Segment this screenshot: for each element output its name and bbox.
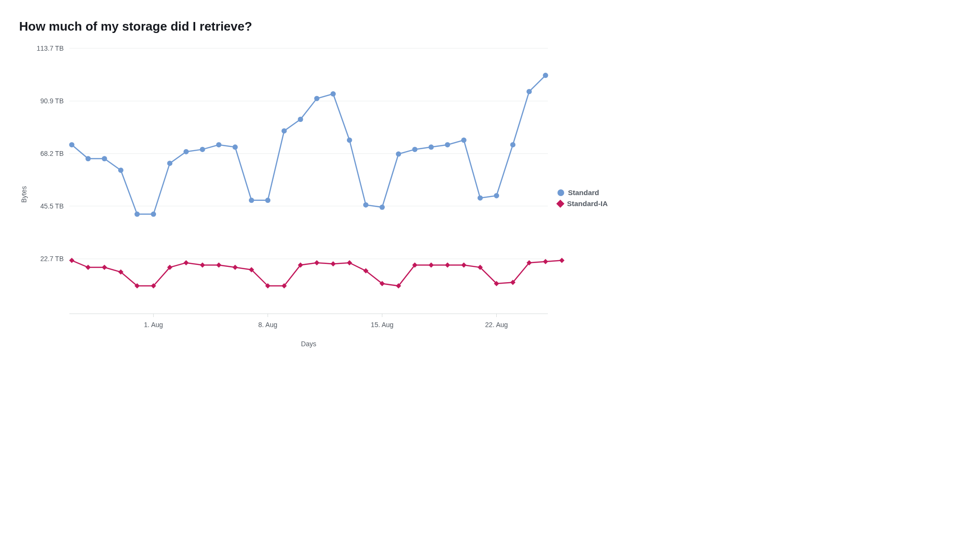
y-tick: 45.5 TB [40, 202, 64, 210]
svg-point-34 [526, 89, 532, 94]
y-tick: 68.2 TB [40, 150, 64, 157]
svg-point-12 [167, 161, 172, 166]
svg-marker-43 [183, 260, 189, 265]
svg-point-10 [134, 211, 140, 217]
x-axis-label: Days [69, 340, 548, 348]
svg-marker-46 [233, 265, 238, 270]
legend-label: Standard [568, 188, 599, 197]
svg-point-32 [494, 193, 499, 198]
chart-area: Bytes 113.7 TB 90.9 TB 68.2 TB 45.5 TB 2… [19, 48, 548, 348]
svg-point-8 [102, 156, 107, 161]
svg-marker-45 [216, 263, 222, 268]
svg-point-29 [445, 142, 450, 147]
chart-wrapper: Bytes 113.7 TB 90.9 TB 68.2 TB 45.5 TB 2… [19, 48, 737, 348]
y-axis-ticks: 113.7 TB 90.9 TB 68.2 TB 45.5 TB 22.7 TB [29, 48, 69, 316]
svg-point-17 [249, 198, 254, 203]
svg-point-26 [396, 152, 401, 157]
diamond-marker-icon [557, 199, 565, 208]
svg-point-28 [429, 144, 434, 150]
svg-point-22 [331, 91, 336, 97]
svg-marker-52 [331, 261, 336, 266]
legend-item-standard[interactable]: Standard [557, 188, 608, 197]
x-tick: 15. Aug [371, 321, 394, 329]
svg-point-9 [118, 167, 123, 173]
y-tick: 22.7 TB [40, 255, 64, 263]
svg-point-15 [216, 142, 222, 147]
legend: Standard Standard-IA [557, 188, 608, 208]
svg-marker-59 [445, 263, 450, 268]
svg-marker-38 [102, 265, 107, 270]
svg-point-19 [281, 128, 287, 133]
legend-item-standard-ia[interactable]: Standard-IA [557, 199, 608, 208]
svg-marker-51 [314, 260, 320, 265]
svg-point-23 [347, 138, 352, 143]
circle-marker-icon [557, 189, 564, 196]
svg-point-13 [183, 149, 189, 154]
x-tick: 22. Aug [485, 321, 508, 329]
chart-container: How much of my storage did I retrieve? B… [19, 19, 737, 348]
svg-marker-58 [429, 263, 434, 268]
svg-point-6 [69, 142, 75, 147]
svg-point-24 [363, 202, 368, 208]
chart-title: How much of my storage did I retrieve? [19, 19, 737, 34]
x-tick: 8. Aug [258, 321, 278, 329]
y-axis-label: Bytes [20, 193, 28, 203]
svg-point-30 [461, 138, 467, 143]
svg-marker-65 [543, 259, 548, 264]
plot-area [69, 48, 548, 316]
svg-marker-37 [86, 265, 91, 270]
svg-point-25 [379, 205, 385, 210]
svg-marker-60 [461, 263, 467, 268]
svg-marker-53 [347, 260, 352, 265]
y-tick: 113.7 TB [36, 44, 64, 52]
legend-label: Standard-IA [567, 199, 608, 208]
svg-point-35 [543, 73, 548, 78]
svg-point-7 [86, 156, 91, 161]
svg-point-20 [298, 117, 303, 122]
svg-marker-44 [200, 263, 205, 268]
svg-point-27 [412, 147, 417, 152]
y-tick: 90.9 TB [40, 97, 64, 105]
svg-point-31 [478, 195, 483, 200]
x-axis-ticks: 1. Aug8. Aug15. Aug22. Aug [69, 321, 548, 330]
svg-point-14 [200, 147, 205, 152]
svg-point-11 [151, 211, 156, 217]
x-tick: 1. Aug [144, 321, 163, 329]
svg-point-33 [510, 142, 515, 147]
svg-point-21 [314, 96, 320, 101]
svg-marker-66 [559, 258, 565, 263]
svg-point-18 [265, 198, 270, 203]
svg-point-16 [233, 144, 238, 150]
